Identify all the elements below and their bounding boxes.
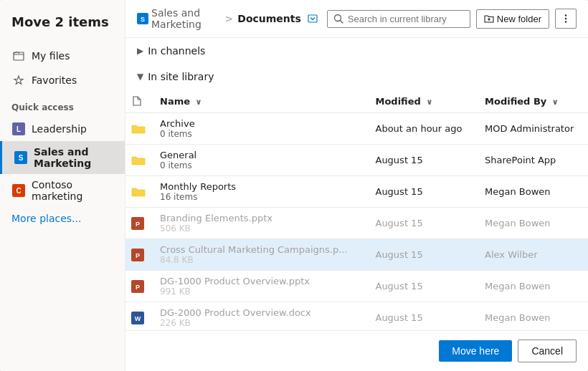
table-row: P DG-1000 Product Overview.pptx 991 KB A… xyxy=(125,271,588,302)
file-modified-cell: August 15 xyxy=(366,176,476,208)
footer: Move here Cancel xyxy=(125,330,588,371)
file-modified-by-cell: Megan Bowen xyxy=(476,302,588,331)
file-modified-by-cell: MOD Administrator xyxy=(476,113,588,145)
file-name-cell: Cross Cultural Marketing Campaigns.p... … xyxy=(151,239,366,271)
col-name[interactable]: Name ∨ xyxy=(151,90,366,113)
file-icon-cell xyxy=(125,145,151,176)
table-row[interactable]: General 0 items August 15SharePoint App xyxy=(125,145,588,176)
file-icon-cell: P xyxy=(125,208,151,239)
file-icon-cell: P xyxy=(125,271,151,302)
table-row[interactable]: Archive 0 items About an hour agoMOD Adm… xyxy=(125,113,588,145)
quick-access-label: Quick access xyxy=(0,92,125,117)
file-name-cell: General 0 items xyxy=(151,145,366,176)
breadcrumb-current-folder: Documents xyxy=(237,13,301,24)
svg-rect-0 xyxy=(14,52,24,60)
in-site-library-label: In site library xyxy=(148,71,214,82)
svg-line-11 xyxy=(340,21,343,24)
file-name: Cross Cultural Marketing Campaigns.p... xyxy=(160,244,358,255)
svg-text:S: S xyxy=(141,16,145,23)
file-sub: 506 KB xyxy=(160,223,358,233)
site-icon: S xyxy=(137,12,148,25)
leadership-icon: L xyxy=(11,122,26,136)
nav-contoso-marketing[interactable]: C Contoso marketing xyxy=(0,174,125,207)
nav-leadership[interactable]: L Leadership xyxy=(0,117,125,141)
file-name: DG-1000 Product Overview.pptx xyxy=(160,276,358,286)
file-modified-by-cell: Megan Bowen xyxy=(476,208,588,239)
nav-favorites[interactable]: Favorites xyxy=(0,68,125,92)
col-name-label: Name xyxy=(160,96,190,107)
file-name-cell: Archive 0 items xyxy=(151,113,366,145)
file-modified-cell: About an hour ago xyxy=(366,113,476,145)
file-modified-by-cell: SharePoint App xyxy=(476,145,588,176)
file-name-cell: DG-2000 Product Overview.docx 226 KB xyxy=(151,302,366,331)
file-name-cell: DG-1000 Product Overview.pptx 991 KB xyxy=(151,271,366,302)
svg-text:P: P xyxy=(136,252,140,259)
table-row: P Cross Cultural Marketing Campaigns.p..… xyxy=(125,239,588,271)
contoso-marketing-label: Contoso marketing xyxy=(32,179,113,202)
table-row[interactable]: Monthly Reports 16 items August 15Megan … xyxy=(125,176,588,208)
file-name: DG-2000 Product Overview.docx xyxy=(160,307,358,318)
svg-point-15 xyxy=(565,18,566,19)
more-options-button[interactable] xyxy=(555,9,577,29)
in-channels-chevron: ▶ xyxy=(137,46,143,56)
in-channels-section[interactable]: ▶ In channels xyxy=(125,38,588,64)
in-site-library-chevron: ▼ xyxy=(137,72,143,82)
file-name: Archive xyxy=(160,118,358,129)
file-name: Monthly Reports xyxy=(160,181,358,192)
new-folder-button[interactable]: New folder xyxy=(476,9,549,29)
in-site-library-section[interactable]: ▼ In site library xyxy=(125,64,588,90)
more-places-link[interactable]: More places... xyxy=(0,207,125,230)
breadcrumb-site: Sales and Marketing xyxy=(151,7,221,30)
leadership-label: Leadership xyxy=(32,123,87,135)
my-files-icon xyxy=(11,49,26,63)
new-folder-label: New folder xyxy=(497,14,541,24)
file-row-name: General 0 items xyxy=(160,150,358,170)
file-icon-cell: P xyxy=(125,239,151,271)
file-modified-cell: August 15 xyxy=(366,208,476,239)
move-here-button[interactable]: Move here xyxy=(439,340,512,362)
top-bar: S Sales and Marketing > Documents xyxy=(125,0,588,38)
favorites-icon xyxy=(11,73,26,87)
new-folder-icon xyxy=(484,14,494,24)
pptx-icon: P xyxy=(131,280,146,293)
svg-rect-9 xyxy=(308,15,317,22)
pptx-icon: P xyxy=(131,217,146,230)
file-sub: 226 KB xyxy=(160,318,358,328)
file-row-name: Cross Cultural Marketing Campaigns.p... … xyxy=(160,244,358,265)
search-input[interactable] xyxy=(348,14,463,24)
search-box[interactable] xyxy=(327,10,470,28)
col-modified-by[interactable]: Modified By ∨ xyxy=(476,90,588,113)
breadcrumb-dropdown[interactable] xyxy=(304,11,321,26)
col-modified-label: Modified xyxy=(375,96,420,107)
nav-my-files[interactable]: My files xyxy=(0,44,125,68)
col-modified-by-label: Modified By xyxy=(485,96,546,107)
sales-marketing-label: Sales and Marketing xyxy=(34,146,113,169)
table-row: W DG-2000 Product Overview.docx 226 KB A… xyxy=(125,302,588,331)
contoso-marketing-icon: C xyxy=(11,183,26,198)
folder-icon xyxy=(131,123,146,135)
file-sub: 0 items xyxy=(160,129,358,139)
my-files-label: My files xyxy=(32,50,70,62)
file-row-name: Branding Elements.pptx 506 KB xyxy=(160,213,358,233)
svg-text:W: W xyxy=(135,315,141,322)
svg-text:C: C xyxy=(16,187,21,195)
file-modified-by-cell: Megan Bowen xyxy=(476,271,588,302)
file-icon-cell xyxy=(125,113,151,145)
file-table: Name ∨ Modified ∨ Modified By ∨ xyxy=(125,90,588,330)
svg-text:P: P xyxy=(136,221,140,228)
nav-sales-marketing[interactable]: S Sales and Marketing xyxy=(0,141,125,174)
favorites-label: Favorites xyxy=(32,74,77,86)
cancel-button[interactable]: Cancel xyxy=(518,339,577,362)
col-modified[interactable]: Modified ∨ xyxy=(366,90,476,113)
col-modified-by-sort: ∨ xyxy=(552,97,559,107)
left-panel: Move 2 items My files Favorites Quick ac… xyxy=(0,0,125,371)
sales-marketing-icon: S xyxy=(14,150,28,165)
dialog-title: Move 2 items xyxy=(0,14,125,44)
col-checkbox xyxy=(125,90,151,113)
file-name-cell: Monthly Reports 16 items xyxy=(151,176,366,208)
file-name-cell: Branding Elements.pptx 506 KB xyxy=(151,208,366,239)
svg-point-16 xyxy=(565,21,566,22)
folder-icon xyxy=(131,186,146,198)
file-modified-cell: August 15 xyxy=(366,145,476,176)
file-row-name: DG-1000 Product Overview.pptx 991 KB xyxy=(160,276,358,297)
